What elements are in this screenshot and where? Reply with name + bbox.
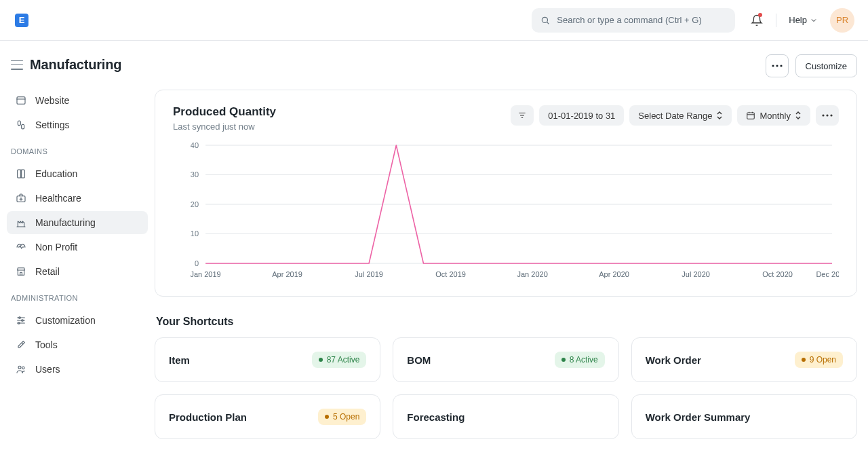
produced-quantity-chart: 010203040Jan 2019Apr 2019Jul 2019Oct 201… [173,141,839,284]
shortcut-card-work-order[interactable]: Work Order9 Open [631,337,857,382]
page-title: Manufacturing [30,57,121,73]
svg-rect-4 [18,121,20,126]
shortcuts-heading: Your Shortcuts [156,316,856,328]
search-placeholder: Search or type a command (Ctrl + G) [557,15,702,25]
sidebar-toggle[interactable] [11,60,23,70]
svg-rect-2 [17,97,25,105]
sliders-icon [16,315,26,326]
factory-icon [16,217,26,228]
status-dot-icon [802,358,806,362]
shortcut-name: Work Order Summary [646,411,751,423]
search-icon [540,16,550,25]
shortcut-badge-text: 5 Open [333,412,359,422]
sidebar-item-education[interactable]: Education [7,162,148,185]
chart-title: Produced Quantity [173,105,276,119]
chart-date-range-label: 01-01-2019 to 31 [548,111,615,121]
ellipsis-icon [822,114,833,117]
calendar-icon [746,111,755,120]
store-icon [16,266,26,277]
sidebar-item-healthcare[interactable]: Healthcare [7,187,148,210]
page-toolbar: Customize [155,41,857,90]
sidebar-item-label: Manufacturing [35,217,96,228]
notifications-button[interactable] [750,14,764,27]
book-icon [16,168,26,179]
customize-label: Customize [806,61,847,71]
chart-filter-button[interactable] [511,105,534,126]
sidebar-item-website[interactable]: Website [7,89,148,112]
help-menu[interactable]: Help [789,15,818,25]
svg-point-18 [776,64,778,67]
sidebar-item-retail[interactable]: Retail [7,260,148,283]
sidebar-item-manufacturing[interactable]: Manufacturing [7,211,148,234]
shortcut-badge-text: 87 Active [327,355,360,365]
status-dot-icon [561,358,566,362]
svg-text:Jan 2020: Jan 2020 [517,270,547,278]
users-icon [16,364,26,375]
chevron-up-down-icon [716,111,723,120]
sidebar-section-label: DOMAINS [0,138,155,161]
sidebar-item-non-profit[interactable]: Non Profit [7,236,148,259]
svg-rect-5 [22,124,24,129]
sidebar-item-settings[interactable]: Settings [7,113,148,136]
shortcut-badge-text: 8 Active [570,355,598,365]
svg-point-16 [22,367,24,369]
shortcut-card-work-order-summary[interactable]: Work Order Summary [631,394,857,439]
filter-icon [517,111,527,120]
svg-text:Oct 2019: Oct 2019 [435,270,466,278]
help-label: Help [789,15,807,25]
chart-interval[interactable]: Monthly [737,105,810,126]
shortcut-card-production-plan[interactable]: Production Plan5 Open [155,394,380,439]
global-search[interactable]: Search or type a command (Ctrl + G) [532,8,735,33]
shortcut-badge: 8 Active [555,352,605,368]
page-more-button[interactable] [766,54,789,77]
chart-interval-label: Monthly [760,111,791,121]
chart-subtitle: Last synced just now [173,122,276,132]
svg-text:Apr 2019: Apr 2019 [272,270,302,278]
svg-point-27 [822,114,824,116]
svg-text:0: 0 [195,259,199,267]
shortcut-name: BOM [407,354,431,366]
shortcut-card-forecasting[interactable]: Forecasting [393,394,618,439]
svg-point-29 [830,114,832,116]
svg-text:Jul 2019: Jul 2019 [355,270,383,278]
svg-text:30: 30 [191,171,199,179]
top-navbar: E Search or type a command (Ctrl + G) He… [0,0,868,41]
medkit-icon [16,193,26,204]
status-dot-icon [319,358,323,362]
shortcut-grid: Item87 Active BOM8 Active Work Order9 Op… [155,337,857,439]
sidebar-item-tools[interactable]: Tools [7,333,148,356]
svg-text:20: 20 [191,200,199,208]
heart-icon [16,242,26,253]
svg-text:Jul 2020: Jul 2020 [682,270,710,278]
svg-text:Dec 2020: Dec 2020 [816,270,839,278]
shortcut-card-bom[interactable]: BOM8 Active [393,337,618,382]
shortcut-name: Work Order [646,354,701,366]
main-content: Customize Produced Quantity Last synced … [155,41,868,467]
svg-point-17 [772,64,774,67]
sidebar-item-label: Customization [35,315,96,326]
app-logo[interactable]: E [15,14,28,27]
divider [776,14,776,27]
svg-rect-23 [747,113,755,119]
svg-text:Jan 2019: Jan 2019 [190,270,220,278]
chart-select-range-label: Select Date Range [638,111,712,121]
customize-button[interactable]: Customize [795,54,857,77]
sidebar-item-users[interactable]: Users [7,358,148,381]
settings-icon [16,119,26,130]
chevron-down-icon [810,16,818,24]
sidebar: Manufacturing Website Settings DOMAINS E… [0,41,155,467]
shortcut-card-item[interactable]: Item87 Active [155,337,380,382]
sidebar-item-label: Users [35,364,60,375]
chart-more-button[interactable] [816,105,839,126]
status-dot-icon [325,415,329,419]
produced-quantity-card: Produced Quantity Last synced just now 0… [155,90,857,297]
user-avatar[interactable]: PR [830,8,854,33]
sidebar-item-customization[interactable]: Customization [7,309,148,332]
svg-line-1 [547,22,549,24]
chart-date-range[interactable]: 01-01-2019 to 31 [539,105,624,126]
svg-point-0 [542,17,548,22]
svg-text:10: 10 [191,230,199,238]
sidebar-item-label: Retail [35,266,60,277]
chart-select-range[interactable]: Select Date Range [629,105,732,126]
svg-text:Oct 2020: Oct 2020 [762,270,793,278]
